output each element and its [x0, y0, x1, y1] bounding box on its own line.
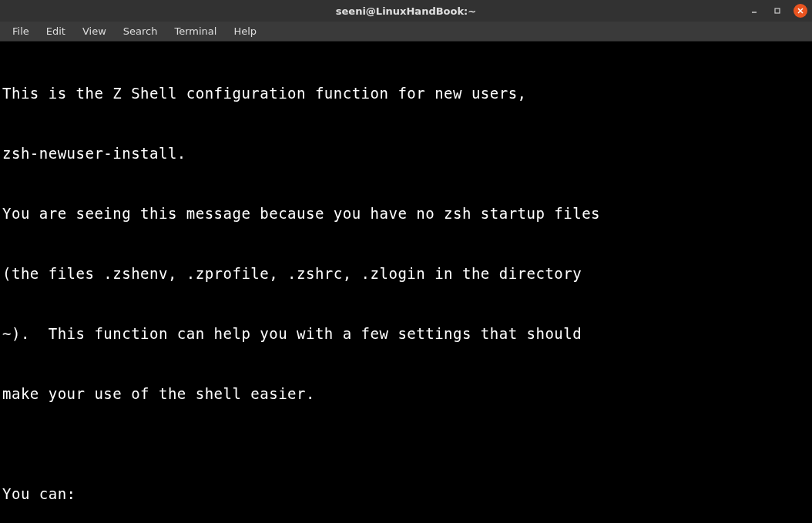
menu-edit[interactable]: Edit [39, 22, 73, 40]
maximize-icon [773, 7, 781, 15]
terminal-line: (the files .zshenv, .zprofile, .zshrc, .… [2, 263, 810, 283]
minimize-icon [750, 7, 758, 15]
menu-view[interactable]: View [75, 22, 114, 40]
maximize-button[interactable] [770, 4, 784, 18]
menu-help[interactable]: Help [226, 22, 264, 40]
terminal-line: This is the Z Shell configuration functi… [2, 83, 810, 103]
minimize-button[interactable] [747, 4, 761, 18]
terminal-line: You can: [2, 484, 810, 504]
menu-terminal[interactable]: Terminal [166, 22, 224, 40]
menu-file[interactable]: File [5, 22, 37, 40]
menubar: File Edit View Search Terminal Help [0, 22, 812, 42]
close-icon [797, 7, 804, 15]
close-button[interactable] [794, 4, 807, 18]
terminal-line: make your use of the shell easier. [2, 384, 810, 404]
terminal-line: ~). This function can help you with a fe… [2, 324, 810, 344]
terminal-line: zsh-newuser-install. [2, 143, 810, 163]
window-controls [747, 4, 807, 18]
window-title: seeni@LinuxHandBook:~ [336, 5, 476, 17]
window-titlebar: seeni@LinuxHandBook:~ [0, 0, 812, 22]
svg-rect-1 [775, 8, 780, 13]
terminal-area[interactable]: This is the Z Shell configuration functi… [0, 42, 812, 523]
terminal-line: You are seeing this message because you … [2, 203, 810, 223]
menu-search[interactable]: Search [116, 22, 166, 40]
